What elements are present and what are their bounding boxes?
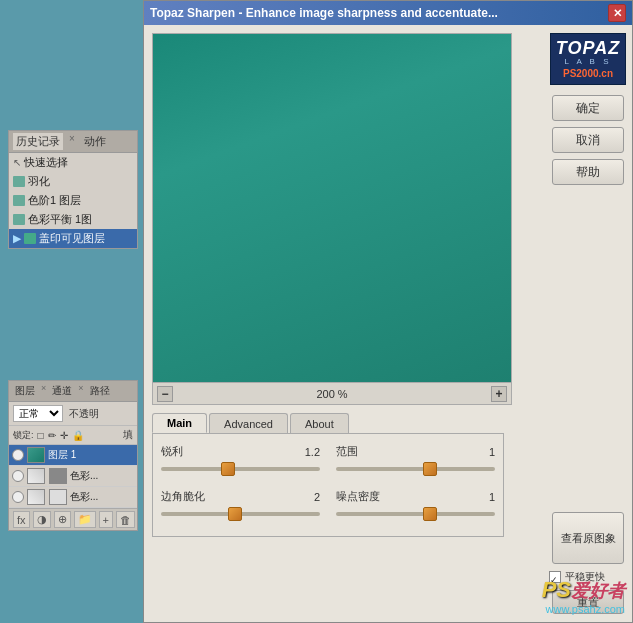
layers-panel: 图层 × 通道 × 路径 正常 不透明 锁定: □ ✏ ✛ 🔒 填 图层 1 [8, 380, 138, 531]
noise-density-value: 1 [465, 491, 495, 503]
layer-mask-color1 [49, 468, 67, 484]
tab-actions[interactable]: 动作 [81, 133, 109, 150]
doc-icon [24, 233, 36, 244]
layer-thumb-layer1 [27, 447, 45, 463]
range-thumb[interactable] [423, 462, 437, 476]
zoom-minus-button[interactable]: − [157, 386, 173, 402]
play-icon: ▶ [13, 233, 21, 244]
topaz-sharpen-dialog: Topaz Sharpen - Enhance image sharpness … [143, 0, 633, 623]
layer-visibility-icon[interactable] [12, 470, 24, 482]
topaz-sub: PS2000.cn [563, 68, 613, 79]
noise-density-header: 噪点密度 1 [336, 489, 495, 504]
lock-label: 锁定: [13, 429, 34, 442]
layer-name-layer1: 图层 1 [48, 448, 76, 462]
lock-icon-move: ✛ [60, 430, 68, 441]
noise-density-slider[interactable] [336, 506, 495, 522]
confirm-button[interactable]: 确定 [552, 95, 624, 121]
noise-density-thumb[interactable] [423, 507, 437, 521]
zoom-plus-button[interactable]: + [491, 386, 507, 402]
edge-crisp-group: 边角脆化 2 [161, 489, 320, 522]
tab-about[interactable]: About [290, 413, 349, 433]
lock-icon-transparent: □ [38, 430, 44, 441]
fill-label: 填 [123, 428, 133, 442]
preview-original-button[interactable]: 查看原图象 [552, 512, 624, 564]
opacity-label: 不透明 [69, 407, 99, 421]
zoom-bar: − 200 % + [152, 383, 512, 405]
help-button[interactable]: 帮助 [552, 159, 624, 185]
layer-mask-color2 [49, 489, 67, 505]
layers-controls: 正常 不透明 [9, 402, 137, 426]
tab-content-main: 锐利 1.2 范围 [152, 433, 504, 537]
tab-main[interactable]: Main [152, 413, 207, 433]
ps-watermark: PS爱好者 www.psahz.com [542, 577, 625, 615]
range-label: 范围 [336, 444, 386, 459]
edge-crisp-value: 2 [290, 491, 320, 503]
topaz-brand: TOPAZ [556, 39, 620, 57]
arrow-icon: ↖ [13, 157, 21, 168]
sharpness-group: 锐利 1.2 [161, 444, 320, 477]
history-item-colorbalance[interactable]: 色彩平衡 1图 [9, 210, 137, 229]
history-panel-header: 历史记录 × 动作 [9, 131, 137, 153]
doc-icon [13, 195, 25, 206]
add-mask-button[interactable]: ◑ [33, 511, 51, 528]
range-group: 范围 1 [336, 444, 495, 477]
layers-footer: fx ◑ ⊕ 📁 + 🗑 [9, 508, 137, 530]
tab-channels[interactable]: 通道 [50, 383, 74, 399]
tab-paths[interactable]: 路径 [88, 383, 112, 399]
sharpness-label: 锐利 [161, 444, 211, 459]
sharpness-slider[interactable] [161, 461, 320, 477]
range-slider[interactable] [336, 461, 495, 477]
history-item-label: 色阶1 图层 [28, 193, 81, 208]
add-group-button[interactable]: 📁 [74, 511, 96, 528]
noise-density-track [336, 512, 495, 516]
history-panel: 历史记录 × 动作 ↖ 快速选择 羽化 色阶1 图层 色彩平衡 1图 ▶ 盖印可… [8, 130, 138, 249]
dialog-titlebar: Topaz Sharpen - Enhance image sharpness … [144, 1, 632, 25]
edge-crisp-label: 边角脆化 [161, 489, 211, 504]
dialog-close-button[interactable]: ✕ [608, 4, 626, 22]
history-item-feather[interactable]: 羽化 [9, 172, 137, 191]
ps-logo: PS爱好者 [542, 577, 625, 602]
cancel-button[interactable]: 取消 [552, 127, 624, 153]
preview-canvas[interactable] [152, 33, 512, 383]
layer-visibility-icon[interactable] [12, 449, 24, 461]
history-item-stamp[interactable]: ▶ 盖印可见图层 [9, 229, 137, 248]
dialog-title: Topaz Sharpen - Enhance image sharpness … [150, 6, 602, 20]
delete-layer-button[interactable]: 🗑 [116, 511, 135, 528]
range-value: 1 [465, 446, 495, 458]
add-adjustment-button[interactable]: ⊕ [54, 511, 71, 528]
lock-icon-paint: ✏ [48, 430, 56, 441]
layer-row-color2[interactable]: 色彩... [9, 487, 137, 508]
tabs-area: Main Advanced About 锐利 1.2 [152, 405, 544, 537]
history-item-label: 色彩平衡 1图 [28, 212, 92, 227]
tab-layers[interactable]: 图层 [13, 383, 37, 399]
dialog-content: − 200 % + Main Advanced About 锐利 [144, 25, 632, 622]
tab-advanced[interactable]: Advanced [209, 413, 288, 433]
history-item-levels[interactable]: 色阶1 图层 [9, 191, 137, 210]
sliders-grid: 锐利 1.2 范围 [161, 444, 495, 526]
layer-visibility-icon[interactable] [12, 491, 24, 503]
add-layer-button[interactable]: + [99, 511, 113, 528]
topaz-logo: TOPAZ L A B S PS2000.cn [550, 33, 626, 85]
edge-crisp-slider[interactable] [161, 506, 320, 522]
history-item-label: 羽化 [28, 174, 50, 189]
ps-site: www.psahz.com [542, 603, 625, 615]
blend-mode-select[interactable]: 正常 [13, 405, 63, 422]
sharpness-thumb[interactable] [221, 462, 235, 476]
zoom-level: 200 % [177, 388, 487, 400]
left-panels: 历史记录 × 动作 ↖ 快速选择 羽化 色阶1 图层 色彩平衡 1图 ▶ 盖印可… [0, 0, 145, 623]
edge-crisp-thumb[interactable] [228, 507, 242, 521]
edge-crisp-header: 边角脆化 2 [161, 489, 320, 504]
add-style-button[interactable]: fx [13, 511, 30, 528]
edge-crisp-track [161, 512, 320, 516]
sharpness-header: 锐利 1.2 [161, 444, 320, 459]
history-item-quickselect[interactable]: ↖ 快速选择 [9, 153, 137, 172]
tab-history[interactable]: 历史记录 [13, 133, 63, 150]
topaz-labs: L A B S [565, 57, 612, 66]
layer-name-color2: 色彩... [70, 490, 98, 504]
ps-love: 爱好者 [571, 581, 625, 601]
layer-thumb-color1 [27, 468, 45, 484]
layer-row-layer1[interactable]: 图层 1 [9, 445, 137, 466]
tab-separator: × [69, 133, 75, 150]
sharpness-track [161, 467, 320, 471]
layer-row-color1[interactable]: 色彩... [9, 466, 137, 487]
